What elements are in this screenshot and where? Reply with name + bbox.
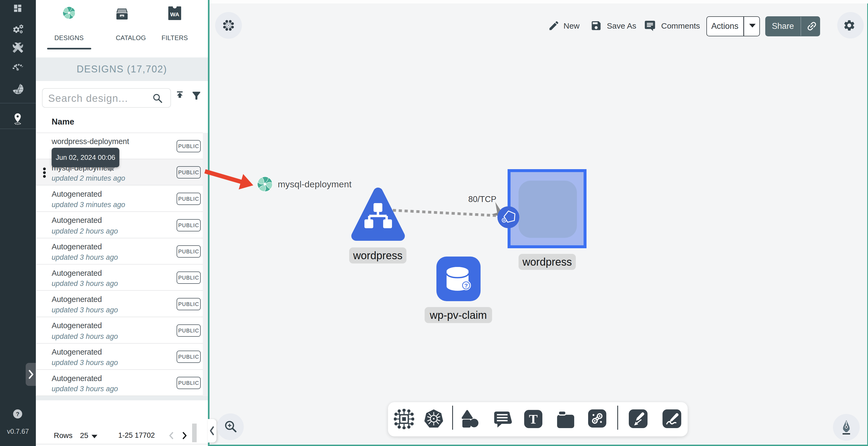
svg-text:?: ? bbox=[465, 282, 468, 288]
svg-text:T: T bbox=[529, 412, 538, 426]
svg-text:WA: WA bbox=[170, 11, 179, 18]
svg-text:?: ? bbox=[16, 411, 19, 417]
